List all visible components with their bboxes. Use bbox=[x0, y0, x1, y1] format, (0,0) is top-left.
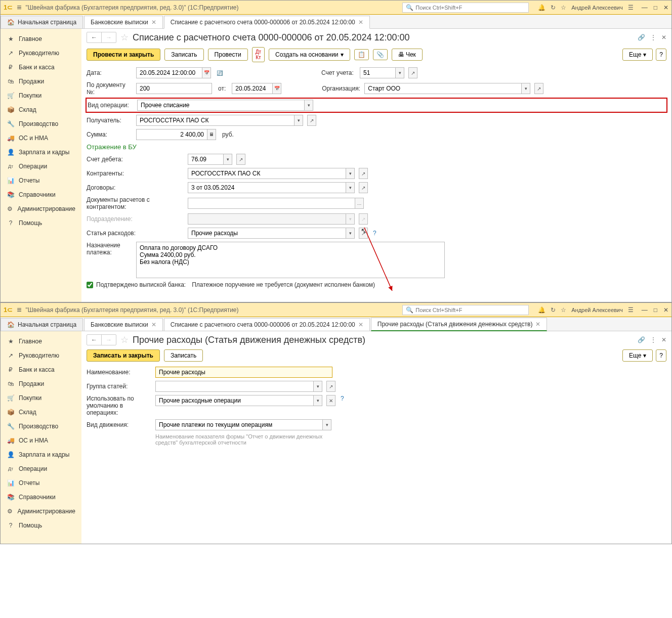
save-button[interactable]: Записать bbox=[164, 49, 203, 61]
account-input[interactable] bbox=[360, 67, 395, 78]
minimize-button[interactable]: — bbox=[642, 4, 648, 11]
clear-icon[interactable]: ✕ bbox=[326, 395, 335, 406]
open-icon[interactable]: ↗ bbox=[359, 182, 368, 193]
tab-expense-item[interactable]: Прочие расходы (Статья движения денежных… bbox=[371, 318, 548, 331]
sidebar-item-assets[interactable]: 🚚ОС и НМА bbox=[1, 131, 81, 145]
maximize-button[interactable]: □ bbox=[654, 4, 657, 11]
tab-writeoff[interactable]: Списание с расчетного счета 0000-000006 … bbox=[164, 16, 370, 29]
chevron-down-icon[interactable]: ▾ bbox=[395, 67, 404, 78]
sidebar-item-admin[interactable]: ⚙Администрирование bbox=[1, 202, 81, 216]
sidebar-item-help[interactable]: ?Помощь bbox=[1, 518, 81, 533]
docnum-input[interactable] bbox=[136, 83, 212, 94]
movement-input[interactable] bbox=[155, 419, 322, 430]
save-button[interactable]: Записать bbox=[164, 349, 203, 362]
close-doc-button[interactable]: ✕ bbox=[661, 34, 666, 41]
name-input[interactable] bbox=[155, 367, 332, 378]
sidebar-item-reports[interactable]: 📊Отчеты bbox=[1, 173, 81, 188]
menu-icon[interactable]: ≡ bbox=[17, 3, 21, 12]
close-icon[interactable]: ✕ bbox=[151, 19, 156, 26]
close-icon[interactable]: ✕ bbox=[358, 19, 363, 26]
history-icon[interactable]: ↻ bbox=[551, 4, 556, 11]
open-icon[interactable]: ↗ bbox=[534, 83, 543, 94]
check-button[interactable]: 🖶 Чек bbox=[392, 49, 423, 61]
settlement-input[interactable] bbox=[188, 198, 355, 209]
chevron-down-icon[interactable]: ▾ bbox=[313, 381, 322, 392]
help-button[interactable]: ? bbox=[656, 49, 666, 61]
link-icon[interactable]: 🔗 bbox=[638, 34, 645, 41]
chevron-down-icon[interactable]: ▾ bbox=[313, 395, 322, 406]
contragent-input[interactable] bbox=[188, 168, 346, 179]
sidebar-item-sales[interactable]: 🛍Продажи bbox=[1, 377, 81, 391]
user-name[interactable]: Андрей Алексеевич bbox=[571, 307, 623, 313]
save-close-button[interactable]: Записать и закрыть bbox=[87, 349, 160, 362]
star-icon[interactable]: ☆ bbox=[561, 306, 566, 314]
back-button[interactable]: ← bbox=[87, 32, 102, 42]
group-input[interactable] bbox=[155, 381, 313, 392]
help-button[interactable]: ? bbox=[656, 349, 666, 362]
sidebar-item-operations[interactable]: ДтОперации bbox=[1, 462, 81, 476]
chevron-down-icon[interactable]: ▾ bbox=[346, 168, 355, 179]
favorite-star-icon[interactable]: ☆ bbox=[120, 32, 129, 43]
open-icon[interactable]: ↗ bbox=[326, 381, 335, 392]
sidebar-item-catalogs[interactable]: 📚Справочники bbox=[1, 490, 81, 504]
expense-input[interactable] bbox=[188, 228, 346, 239]
search-input[interactable] bbox=[415, 5, 525, 11]
sidebar-item-help[interactable]: ?Помощь bbox=[1, 216, 81, 230]
sidebar-item-hr[interactable]: 👤Зарплата и кадры bbox=[1, 448, 81, 462]
confirmed-checkbox[interactable] bbox=[87, 282, 93, 288]
tab-home[interactable]: 🏠Начальная страница bbox=[1, 16, 83, 28]
sidebar-item-bank[interactable]: ₽Банк и касса bbox=[1, 60, 81, 74]
chevron-down-icon[interactable]: ▾ bbox=[304, 100, 313, 111]
more-menu-icon[interactable]: ⋮ bbox=[650, 336, 656, 343]
maximize-button[interactable]: □ bbox=[654, 306, 657, 314]
chevron-down-icon[interactable]: ▾ bbox=[294, 115, 303, 126]
history-icon[interactable]: ↻ bbox=[551, 306, 556, 314]
tab-bank-statements[interactable]: Банковские выписки✕ bbox=[84, 318, 163, 331]
sidebar-item-catalogs[interactable]: 📚Справочники bbox=[1, 188, 81, 202]
sidebar-item-admin[interactable]: ⚙Администрирование bbox=[1, 504, 81, 518]
sidebar-item-sales[interactable]: 🛍Продажи bbox=[1, 74, 81, 89]
search-box[interactable]: 🔍 bbox=[402, 3, 529, 13]
recipient-input[interactable] bbox=[136, 115, 294, 126]
sidebar-item-operations[interactable]: ДтОперации bbox=[1, 159, 81, 173]
close-button[interactable]: ✕ bbox=[663, 306, 668, 314]
chevron-down-icon[interactable]: ▾ bbox=[346, 182, 355, 193]
default-input[interactable] bbox=[155, 395, 313, 406]
sidebar-item-bank[interactable]: ₽Банк и касса bbox=[1, 363, 81, 377]
create-based-button[interactable]: Создать на основании ▾ bbox=[269, 49, 350, 61]
calendar-icon[interactable]: 📅 bbox=[202, 67, 211, 78]
more-menu-icon[interactable]: ⋮ bbox=[650, 34, 656, 41]
minimize-button[interactable]: — bbox=[642, 306, 648, 314]
forward-button[interactable]: → bbox=[102, 32, 116, 42]
sidebar-item-warehouse[interactable]: 📦Склад bbox=[1, 103, 81, 117]
sidebar-item-manager[interactable]: ↗Руководителю bbox=[1, 46, 81, 60]
sidebar-item-assets[interactable]: 🚚ОС и НМА bbox=[1, 433, 81, 448]
sidebar-item-main[interactable]: ★Главное bbox=[1, 334, 81, 348]
sidebar-item-purchases[interactable]: 🛒Покупки bbox=[1, 89, 81, 103]
open-icon[interactable]: ↗ bbox=[236, 154, 245, 165]
search-input[interactable] bbox=[415, 307, 525, 313]
from-date-input[interactable] bbox=[232, 83, 272, 94]
copy-button[interactable]: 📋 bbox=[354, 49, 369, 60]
calendar-icon[interactable]: 📅 bbox=[272, 83, 281, 94]
help-icon[interactable]: ? bbox=[341, 395, 344, 402]
sidebar-item-manager[interactable]: ↗Руководителю bbox=[1, 348, 81, 363]
close-icon[interactable]: ✕ bbox=[358, 321, 363, 328]
attach-button[interactable]: 📎 bbox=[373, 49, 388, 60]
sum-input[interactable] bbox=[136, 129, 207, 140]
menu-icon[interactable]: ≡ bbox=[17, 305, 21, 315]
back-button[interactable]: ← bbox=[87, 335, 102, 345]
tab-home[interactable]: 🏠Начальная страница bbox=[1, 318, 83, 331]
search-box[interactable]: 🔍 bbox=[402, 305, 529, 315]
more-button[interactable]: Еще ▾ bbox=[622, 49, 653, 61]
close-doc-button[interactable]: ✕ bbox=[661, 336, 666, 343]
bell-icon[interactable]: 🔔 bbox=[538, 306, 545, 314]
help-icon[interactable]: ? bbox=[373, 230, 376, 237]
chevron-down-icon[interactable]: ▾ bbox=[346, 228, 355, 239]
forward-button[interactable]: → bbox=[102, 335, 116, 345]
sidebar-item-production[interactable]: 🔧Производство bbox=[1, 419, 81, 433]
more-button[interactable]: Еще ▾ bbox=[622, 349, 653, 362]
open-icon[interactable]: ↗ bbox=[408, 67, 417, 78]
post-button[interactable]: Провести bbox=[208, 49, 248, 61]
close-icon[interactable]: ✕ bbox=[151, 321, 156, 328]
